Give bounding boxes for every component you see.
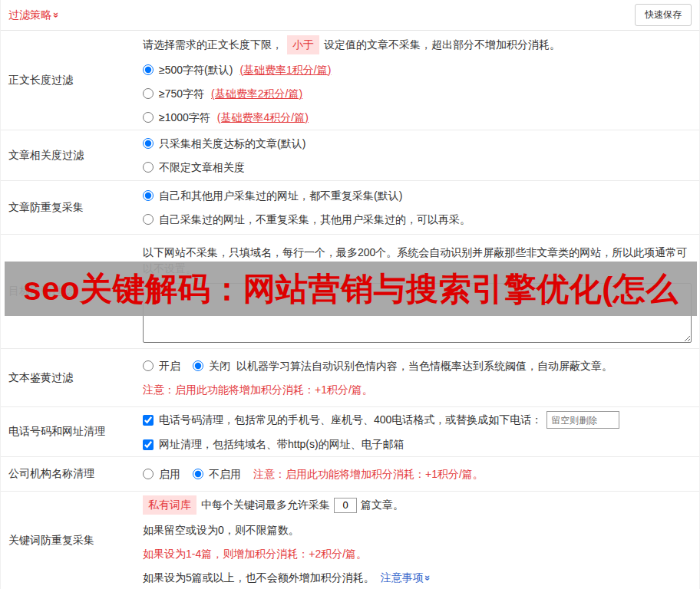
porn-filter-note: 注意：启用此功能将增加积分消耗：+1积分/篇。 bbox=[143, 382, 692, 398]
company-content: 启用 不启用 注意：启用此功能将增加积分消耗：+1积分/篇。 bbox=[135, 457, 699, 491]
row-company-cleanup: 公司机构名称清理 启用 不启用 注意：启用此功能将增加积分消耗：+1积分/篇。 bbox=[1, 457, 699, 492]
row-content-length: 正文长度过滤 请选择需求的正文长度下限， 小于 设定值的文章不采集，超出部分不增… bbox=[1, 31, 699, 130]
row-phone-url-cleanup: 电话号码和网址清理 电话号码清理，包括常见的手机号、座机号、400电话格式，或替… bbox=[1, 407, 699, 457]
content-length-content: 请选择需求的正文长度下限， 小于 设定值的文章不采集，超出部分不增加积分消耗。 … bbox=[135, 31, 699, 130]
option-text: 自己采集过的网址，不重复采集，其他用户采集过的，可以再采。 bbox=[159, 212, 471, 228]
less-than-badge: 小于 bbox=[287, 35, 319, 54]
checkbox-option-url-cleanup[interactable]: 网址清理，包括纯域名、带http(s)的网址、电子邮箱 bbox=[143, 436, 404, 452]
dedup-content: 自己和其他用户采集过的网址，都不重复采集(默认) 自己采集过的网址，不重复采集，… bbox=[135, 181, 699, 234]
option-text: ≥750字符 bbox=[159, 86, 204, 102]
keyword-line3: 如果设为1-4篇，则增加积分消耗：+2积分/篇。 bbox=[143, 546, 692, 562]
keyword-line2: 如果留空或设为0，则不限篇数。 bbox=[143, 522, 692, 538]
option-text: 不限定文章相关度 bbox=[159, 160, 245, 176]
notes-link-text: 注意事项 bbox=[381, 570, 424, 586]
keyword-line4-text: 如果设为5篇或以上，也不会额外增加积分消耗。 bbox=[143, 570, 375, 586]
filter-strategy-page: 过滤策略 » 快速保存 正文长度过滤 请选择需求的正文长度下限， 小于 设定值的… bbox=[0, 0, 700, 589]
length-1000-radio[interactable] bbox=[143, 112, 154, 123]
replacement-phone-input[interactable] bbox=[546, 411, 619, 429]
option-text: 不启用 bbox=[209, 466, 241, 482]
checkbox-option-phone-cleanup[interactable]: 电话号码清理，包括常见的手机号、座机号、400电话格式，或替换成如下电话： bbox=[143, 412, 542, 428]
porn-filter-content: 开启 关闭 以机器学习算法自动识别色情内容，当色情概率达到系统阈值，自动屏蔽文章… bbox=[135, 349, 699, 406]
radio-option-company-off[interactable]: 不启用 bbox=[193, 466, 241, 482]
option-text: 只采集相关度达标的文章(默认) bbox=[159, 136, 305, 152]
max-articles-input[interactable] bbox=[334, 498, 357, 513]
option-text: 关闭 bbox=[209, 358, 230, 374]
porn-on-radio[interactable] bbox=[143, 360, 154, 371]
option-fee: (基础费率1积分/篇) bbox=[239, 62, 331, 78]
page-header: 过滤策略 » 快速保存 bbox=[1, 0, 699, 31]
url-cleanup-checkbox[interactable] bbox=[143, 439, 154, 450]
keyword-line1-suffix: 篇文章。 bbox=[361, 497, 404, 513]
chevron-down-icon: » bbox=[423, 575, 433, 581]
row-keyword-dedup: 关键词防重复采集 私有词库 中每个关键词最多允许采集 篇文章。 如果留空或设为0… bbox=[1, 492, 699, 589]
option-text: 电话号码清理，包括常见的手机号、座机号、400电话格式，或替换成如下电话： bbox=[159, 412, 542, 428]
row-porn-filter: 文本鉴黄过滤 开启 关闭 以机器学习算法自动识别色情内容，当色情概率达到系统阈值… bbox=[1, 349, 699, 407]
option-text: 自己和其他用户采集过的网址，都不重复采集(默认) bbox=[159, 188, 402, 204]
option-text: ≥500字符(默认) bbox=[159, 62, 233, 78]
relevance-content: 只采集相关度达标的文章(默认) 不限定文章相关度 bbox=[135, 130, 699, 180]
radio-option-length-1000[interactable]: ≥1000字符 (基础费率4积分/篇) bbox=[143, 110, 309, 126]
content-length-desc: 请选择需求的正文长度下限， 小于 设定值的文章不采集，超出部分不增加积分消耗。 bbox=[143, 35, 692, 54]
notes-link[interactable]: 注意事项 » bbox=[381, 570, 431, 586]
option-text: 开启 bbox=[159, 358, 180, 374]
radio-option-porn-off[interactable]: 关闭 bbox=[193, 358, 230, 374]
porn-filter-desc: 以机器学习算法自动识别色情内容，当色情概率达到系统阈值，自动屏蔽文章。 bbox=[236, 358, 612, 374]
phone-url-content: 电话号码清理，包括常见的手机号、座机号、400电话格式，或替换成如下电话： 网址… bbox=[135, 407, 699, 456]
desc-suffix: 设定值的文章不采集，超出部分不增加积分消耗。 bbox=[324, 37, 560, 53]
watermark-banner: seo关键解码：网站营销与搜索引擎优化(怎么 bbox=[5, 262, 697, 316]
radio-option-relevance-strict[interactable]: 只采集相关度达标的文章(默认) bbox=[143, 136, 305, 152]
dedup-own-radio[interactable] bbox=[143, 214, 154, 225]
radio-option-length-500[interactable]: ≥500字符(默认) (基础费率1积分/篇) bbox=[143, 62, 331, 78]
radio-option-dedup-all[interactable]: 自己和其他用户采集过的网址，都不重复采集(默认) bbox=[143, 188, 402, 204]
row-dedup: 文章防重复采集 自己和其他用户采集过的网址，都不重复采集(默认) 自己采集过的网… bbox=[1, 181, 699, 235]
option-fee: (基础费率4积分/篇) bbox=[217, 110, 309, 126]
company-on-radio[interactable] bbox=[143, 469, 154, 479]
company-off-radio[interactable] bbox=[193, 469, 203, 479]
row-relevance: 文章相关度过滤 只采集相关度达标的文章(默认) 不限定文章相关度 bbox=[1, 130, 699, 181]
chevron-down-icon: » bbox=[51, 12, 61, 18]
radio-option-dedup-own[interactable]: 自己采集过的网址，不重复采集，其他用户采集过的，可以再采。 bbox=[143, 212, 471, 228]
keyword-label: 关键词防重复采集 bbox=[1, 492, 135, 589]
page-title: 过滤策略 bbox=[8, 8, 51, 22]
phone-cleanup-checkbox[interactable] bbox=[143, 415, 154, 426]
quick-save-button[interactable]: 快速保存 bbox=[635, 4, 692, 26]
company-label: 公司机构名称清理 bbox=[1, 457, 135, 491]
keyword-content: 私有词库 中每个关键词最多允许采集 篇文章。 如果留空或设为0，则不限篇数。 如… bbox=[135, 492, 699, 589]
relevance-label: 文章相关度过滤 bbox=[1, 130, 135, 180]
radio-option-relevance-any[interactable]: 不限定文章相关度 bbox=[143, 160, 245, 176]
private-lexicon-badge: 私有词库 bbox=[143, 495, 196, 515]
desc-prefix: 请选择需求的正文长度下限， bbox=[143, 37, 282, 53]
option-text: 网址清理，包括纯域名、带http(s)的网址、电子邮箱 bbox=[159, 436, 404, 452]
length-500-radio[interactable] bbox=[143, 64, 154, 75]
keyword-line1-text: 中每个关键词最多允许采集 bbox=[201, 497, 330, 513]
radio-option-porn-on[interactable]: 开启 bbox=[143, 358, 180, 374]
company-note: 注意：启用此功能将增加积分消耗：+1积分/篇。 bbox=[253, 466, 484, 482]
porn-off-radio[interactable] bbox=[193, 360, 203, 371]
option-fee: (基础费率2积分/篇) bbox=[211, 86, 302, 102]
relevance-strict-radio[interactable] bbox=[143, 138, 154, 149]
filter-strategy-toggle[interactable]: 过滤策略 » bbox=[8, 8, 59, 22]
dedup-all-radio[interactable] bbox=[143, 190, 154, 201]
content-length-label: 正文长度过滤 bbox=[1, 31, 135, 130]
relevance-any-radio[interactable] bbox=[143, 162, 154, 173]
phone-url-label: 电话号码和网址清理 bbox=[1, 407, 135, 456]
option-text: 启用 bbox=[159, 466, 180, 482]
option-text: ≥1000字符 bbox=[159, 110, 210, 126]
radio-option-length-750[interactable]: ≥750字符 (基础费率2积分/篇) bbox=[143, 86, 302, 102]
length-750-radio[interactable] bbox=[143, 88, 154, 99]
porn-filter-label: 文本鉴黄过滤 bbox=[1, 349, 135, 406]
radio-option-company-on[interactable]: 启用 bbox=[143, 466, 180, 482]
dedup-label: 文章防重复采集 bbox=[1, 181, 135, 234]
